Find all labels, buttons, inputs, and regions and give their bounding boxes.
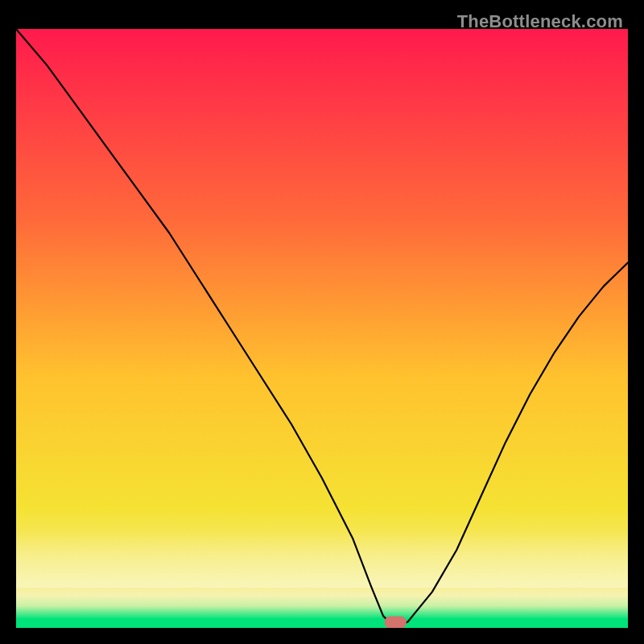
plot-area	[16, 29, 628, 628]
chart-frame: TheBottleneck.com	[8, 8, 636, 636]
optimal-point-marker	[385, 617, 406, 628]
chart-svg	[16, 29, 628, 628]
bottleneck-curve	[16, 29, 628, 628]
